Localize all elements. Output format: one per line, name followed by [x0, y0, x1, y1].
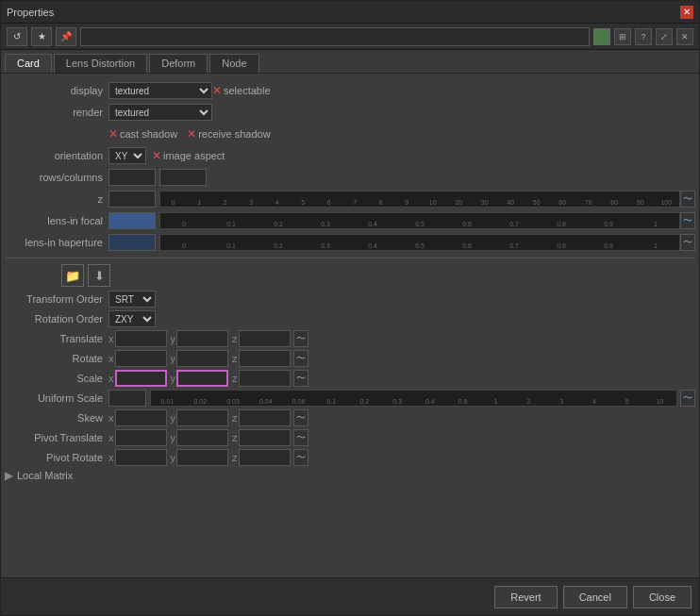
lens-focal-input[interactable]: 50: [108, 212, 156, 229]
z-slider-ticks: 0 1 2 3 4 5 6 7 8 9 10 20 30 40 50 60 70: [160, 191, 679, 207]
pivot-translate-x-input[interactable]: 0: [115, 429, 167, 446]
divider-1: [5, 258, 695, 258]
rotate-wavy-button[interactable]: 〜: [293, 350, 308, 367]
skew-wavy-button[interactable]: 〜: [293, 409, 308, 426]
lens-hap-label: lens-in haperture: [5, 237, 108, 248]
skew-z-input[interactable]: 0: [239, 409, 291, 426]
rotate-label: Rotate: [5, 353, 108, 364]
display-select[interactable]: textured: [108, 82, 212, 99]
tab-deform[interactable]: Deform: [149, 54, 208, 73]
translate-xyz: x 0 y 0 z 0: [108, 330, 291, 347]
title-bar-left: Properties: [7, 7, 54, 18]
pivot-translate-y-input[interactable]: 0: [176, 429, 228, 446]
pivot-rotate-z-input[interactable]: 0: [239, 449, 291, 466]
footer: Revert Cancel Close: [1, 577, 699, 615]
rotate-x-input[interactable]: 0: [115, 350, 167, 367]
uniform-scale-label: Uniform Scale: [5, 392, 108, 404]
pivot-rotate-y-input[interactable]: 0: [176, 449, 228, 466]
scale-y-input[interactable]: 2: [176, 370, 228, 387]
z-wavy-button[interactable]: 〜: [680, 191, 695, 208]
pivot-rotate-row: Pivot Rotate x 0 y 0 z 0 〜: [5, 449, 695, 466]
orientation-label: orientation: [5, 150, 108, 161]
translate-wavy-button[interactable]: 〜: [293, 330, 308, 347]
selectable-x-icon: ✕: [212, 84, 222, 97]
toolbar-green-indicator: [593, 28, 610, 45]
tab-node[interactable]: Node: [209, 54, 258, 73]
toolbar-reset-button[interactable]: ↺: [7, 27, 27, 46]
lens-focal-slider[interactable]: 0 0.1 0.2 0.3 0.4 0.5 0.6 0.7 0.8 0.9 1: [159, 212, 680, 229]
scale-z-input[interactable]: 1: [239, 370, 291, 387]
toolbar-split-button[interactable]: ⊞: [614, 28, 631, 45]
rotate-y-input[interactable]: 0: [176, 350, 228, 367]
tab-lens-distortion[interactable]: Lens Distortion: [54, 54, 147, 73]
scale-x-input[interactable]: 2: [115, 370, 167, 387]
close-button[interactable]: Close: [633, 586, 692, 608]
import-icon-button[interactable]: ⬇: [88, 264, 110, 287]
orientation-select[interactable]: XY: [108, 147, 146, 164]
lens-focal-label: lens-in focal: [5, 215, 108, 226]
orientation-row: orientation XY ✕ image aspect: [5, 146, 695, 165]
shadow-row: ✕ cast shadow ✕ receive shadow: [5, 125, 695, 143]
translate-row: Translate x 0 y 0 z 0 〜: [5, 330, 695, 347]
lens-hap-input[interactable]: 24.576: [108, 234, 156, 251]
uniform-scale-slider[interactable]: 0.01 0.02 0.03 0.04 0.06 0.1 0.2 0.3 0.4…: [150, 390, 677, 407]
rotation-order-select[interactable]: ZXY: [108, 310, 156, 327]
skew-x-input[interactable]: 0: [115, 409, 167, 426]
toolbar-help-button[interactable]: ?: [635, 28, 652, 45]
toolbar-bookmark-button[interactable]: ★: [31, 27, 52, 46]
receive-shadow-x-icon: ✕: [187, 127, 196, 141]
pivot-rotate-wavy-button[interactable]: 〜: [293, 449, 308, 466]
lens-focal-wavy-button[interactable]: 〜: [680, 212, 695, 229]
display-row: display textured ✕ selectable: [5, 81, 695, 100]
content-area: display textured ✕ selectable render tex…: [1, 74, 699, 577]
uniform-scale-input[interactable]: 1: [108, 390, 146, 407]
scale-wavy-button[interactable]: 〜: [293, 370, 308, 387]
translate-z-input[interactable]: 0: [239, 330, 291, 347]
pivot-translate-wavy-button[interactable]: 〜: [293, 429, 308, 446]
z-input[interactable]: 100: [108, 191, 156, 208]
scale-row: Scale x 2 y 2 z 1 〜: [5, 370, 695, 387]
z-slider[interactable]: 0 1 2 3 4 5 6 7 8 9 10 20 30 40 50 60 70: [159, 191, 680, 208]
selectable-label: selectable: [224, 85, 271, 96]
lens-hap-row: lens-in haperture 24.576 0 0.1 0.2 0.3 0…: [5, 233, 695, 252]
pivot-translate-row: Pivot Translate x 0 y 0 z 0 〜: [5, 429, 695, 446]
cancel-button[interactable]: Cancel: [563, 586, 627, 608]
pivot-translate-label: Pivot Translate: [5, 432, 108, 443]
rotate-z-input[interactable]: 0: [239, 350, 291, 367]
section-icons: 📁 ⬇: [61, 264, 695, 287]
pivot-rotate-x-input[interactable]: 0: [115, 449, 167, 466]
uniform-scale-row: Uniform Scale 1 0.01 0.02 0.03 0.04 0.06…: [5, 390, 695, 407]
local-matrix-row: ▶ Local Matrix: [5, 469, 695, 482]
scale-label: Scale: [5, 373, 108, 384]
render-select[interactable]: textured: [108, 104, 212, 121]
translate-y-input[interactable]: 0: [176, 330, 228, 347]
revert-button[interactable]: Revert: [494, 586, 557, 608]
image-aspect-label: image aspect: [163, 150, 225, 161]
toolbar-close-button[interactable]: ✕: [676, 28, 693, 45]
cast-shadow-label: cast shadow: [120, 128, 177, 140]
rotate-row: Rotate x 0 y 0 z 0 〜: [5, 350, 695, 367]
properties-window: Properties ✕ ↺ ★ 📌 Card1 ⊞ ? ⤢ ✕ Card Le…: [0, 0, 700, 616]
transform-order-select[interactable]: SRT: [108, 291, 156, 308]
uniform-scale-wavy-button[interactable]: 〜: [680, 390, 695, 407]
rows-input[interactable]: 8: [108, 169, 156, 186]
rotation-order-label: Rotation Order: [5, 313, 108, 325]
toolbar-pin-button[interactable]: 📌: [56, 27, 76, 46]
node-name-input[interactable]: Card1: [80, 27, 590, 46]
pivot-translate-z-input[interactable]: 0: [239, 429, 291, 446]
skew-y-input[interactable]: 0: [176, 409, 228, 426]
cols-input[interactable]: 8: [159, 169, 207, 186]
window-close-button[interactable]: ✕: [680, 6, 693, 19]
z-row: z 100 0 1 2 3 4 5 6 7 8 9 10 20 30 40: [5, 190, 695, 208]
toolbar-float-button[interactable]: ⤢: [656, 28, 673, 45]
tab-card[interactable]: Card: [5, 54, 52, 73]
skew-row: Skew x 0 y 0 z 0 〜: [5, 409, 695, 426]
pivot-rotate-xyz: x 0 y 0 z 0: [108, 449, 291, 466]
render-row: render textured: [5, 103, 695, 122]
lens-hap-slider[interactable]: 0 0.1 0.2 0.3 0.4 0.5 0.6 0.7 0.8 0.9 1: [159, 234, 680, 251]
lens-hap-wavy-button[interactable]: 〜: [680, 234, 695, 251]
translate-x-input[interactable]: 0: [115, 330, 167, 347]
pivot-translate-xyz: x 0 y 0 z 0: [108, 429, 291, 446]
folder-icon-button[interactable]: 📁: [61, 264, 84, 287]
skew-xyz: x 0 y 0 z 0: [108, 409, 291, 426]
